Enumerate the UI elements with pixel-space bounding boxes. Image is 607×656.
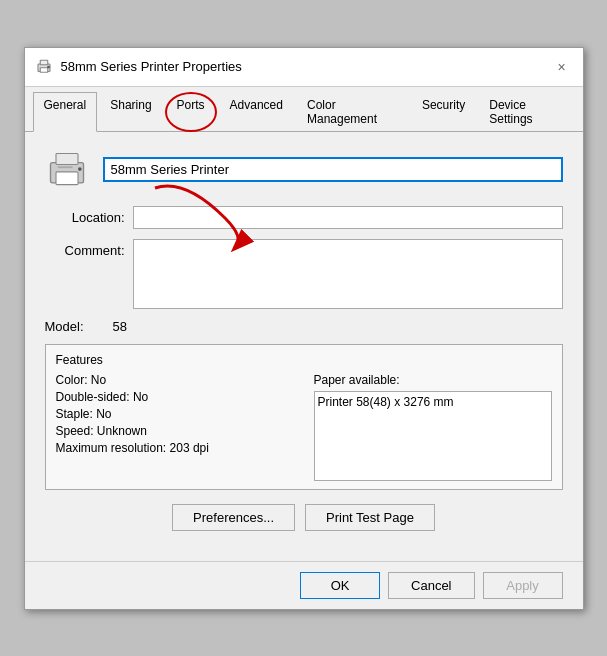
features-left: Color: No Double-sided: No Staple: No Sp…	[56, 373, 294, 481]
tab-sharing[interactable]: Sharing	[99, 92, 162, 132]
title-bar: 58mm Series Printer Properties ×	[25, 48, 583, 87]
comment-label: Comment:	[45, 243, 125, 258]
location-row: Location:	[45, 206, 563, 229]
model-label: Model:	[45, 319, 105, 334]
close-button[interactable]: ×	[551, 56, 573, 78]
preferences-button[interactable]: Preferences...	[172, 504, 295, 531]
comment-textarea[interactable]	[133, 239, 563, 309]
model-value: 58	[113, 319, 127, 334]
dialog-footer: OK Cancel Apply	[25, 561, 583, 609]
features-section: Features Color: No Double-sided: No Stap…	[45, 344, 563, 490]
tab-advanced[interactable]: Advanced	[219, 92, 294, 132]
tab-content: Location: Comment: Model: 58 Features Co…	[25, 132, 583, 561]
paper-available-label: Paper available:	[314, 373, 552, 387]
printer-icon	[35, 58, 53, 76]
tab-device-settings[interactable]: Device Settings	[478, 92, 574, 132]
location-input[interactable]	[133, 206, 563, 229]
paper-list[interactable]: Printer 58(48) x 3276 mm	[314, 391, 552, 481]
window-title: 58mm Series Printer Properties	[61, 59, 242, 74]
printer-large-icon	[45, 148, 89, 192]
svg-rect-6	[56, 171, 78, 184]
paper-item: Printer 58(48) x 3276 mm	[318, 395, 548, 409]
tab-security[interactable]: Security	[411, 92, 476, 132]
svg-rect-8	[57, 166, 72, 168]
feature-speed: Speed: Unknown	[56, 424, 294, 438]
svg-point-3	[47, 66, 49, 68]
feature-color: Color: No	[56, 373, 294, 387]
tab-color-management[interactable]: Color Management	[296, 92, 409, 132]
model-row: Model: 58	[45, 319, 563, 334]
features-right: Paper available: Printer 58(48) x 3276 m…	[314, 373, 552, 481]
svg-rect-2	[40, 67, 48, 72]
comment-row: Comment:	[45, 239, 563, 309]
features-title: Features	[56, 353, 552, 367]
properties-dialog: 58mm Series Printer Properties × General…	[24, 47, 584, 610]
feature-double-sided: Double-sided: No	[56, 390, 294, 404]
svg-rect-1	[40, 60, 48, 65]
ok-button[interactable]: OK	[300, 572, 380, 599]
feature-resolution: Maximum resolution: 203 dpi	[56, 441, 294, 455]
cancel-button[interactable]: Cancel	[388, 572, 474, 599]
middle-buttons: Preferences... Print Test Page	[45, 504, 563, 531]
svg-point-7	[78, 167, 82, 171]
tab-ports[interactable]: Ports	[165, 92, 217, 132]
printer-name-input[interactable]	[103, 157, 563, 182]
tab-bar: General Sharing Ports Advanced Color Man…	[25, 87, 583, 132]
location-label: Location:	[45, 210, 125, 225]
feature-staple: Staple: No	[56, 407, 294, 421]
svg-rect-5	[56, 153, 78, 164]
apply-button[interactable]: Apply	[483, 572, 563, 599]
tab-general[interactable]: General	[33, 92, 98, 132]
title-bar-left: 58mm Series Printer Properties	[35, 58, 242, 76]
print-test-button[interactable]: Print Test Page	[305, 504, 435, 531]
features-inner: Color: No Double-sided: No Staple: No Sp…	[56, 373, 552, 481]
printer-name-row	[45, 148, 563, 192]
